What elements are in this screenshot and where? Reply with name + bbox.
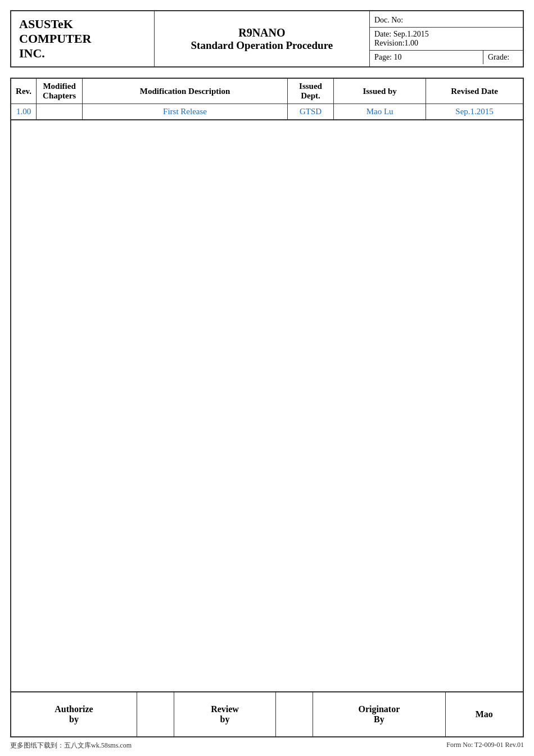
issued-by-cell: Mao Lu — [334, 104, 426, 120]
grade-label: Grade: — [488, 53, 509, 61]
page-info: Page: 10 — [370, 51, 483, 64]
authorize-by-label-line2: by — [69, 714, 79, 724]
originator-by-label-line2: By — [374, 714, 384, 724]
revision-table: Rev. Modified Chapters Modification Desc… — [10, 78, 524, 120]
bottom-note-right: Form No: T2-009-01 Rev.01 — [446, 741, 524, 750]
rev-cell: 1.00 — [11, 104, 37, 120]
doc-no-label: Doc. No: — [374, 16, 403, 24]
date-label: Date: — [374, 30, 391, 38]
company-name-line1: ASUSTeK COMPUTER — [19, 17, 91, 46]
originator-by-label-line1: Originator — [359, 704, 400, 714]
originator-by-cell: Originator By — [313, 692, 445, 737]
originator-value-cell: Mao — [445, 692, 523, 737]
date-revision-row: Date: Sep.1.2015 Revision:1.00 — [370, 28, 523, 50]
grade-info: Grade: — [483, 51, 523, 64]
originator-value: Mao — [476, 709, 493, 719]
doc-no-row: Doc. No: — [370, 14, 523, 28]
description-cell: First Release — [83, 104, 288, 120]
page-value: 10 — [394, 53, 402, 61]
authorize-by-cell: Authorize by — [11, 692, 137, 737]
col-header-description: Modification Description — [83, 78, 288, 104]
title-line1: R9NANO — [160, 26, 364, 39]
modified-chapters-cell — [37, 104, 83, 120]
col-header-issued-dept: Issued Dept. — [287, 78, 333, 104]
company-name-line2: INC. — [19, 46, 45, 60]
revision-value: 1.00 — [405, 39, 419, 47]
bottom-note: 更多图纸下载到：五八文库wk.58sms.com Form No: T2-009… — [10, 741, 524, 750]
date-value: Sep.1.2015 — [393, 30, 429, 38]
col-header-rev: Rev. — [11, 78, 37, 104]
header-table: ASUSTeK COMPUTER INC. R9NANO Standard Op… — [10, 10, 524, 68]
authorize-by-value-cell — [137, 692, 174, 737]
title-cell: R9NANO Standard Operation Procedure — [154, 11, 369, 67]
col-header-modified: Modified Chapters — [37, 78, 83, 104]
revised-date-cell: Sep.1.2015 — [426, 104, 523, 120]
info-cell: Doc. No: Date: Sep.1.2015 Revision:1.00 … — [369, 11, 523, 67]
review-by-label-line2: by — [220, 714, 230, 724]
company-cell: ASUSTeK COMPUTER INC. — [11, 11, 154, 67]
main-content-area — [10, 120, 524, 691]
page-grade-row: Page: 10 Grade: — [370, 50, 523, 64]
review-by-value-cell — [275, 692, 313, 737]
page-label: Page: — [374, 53, 392, 61]
authorize-by-label-line1: Authorize — [55, 704, 93, 714]
issued-dept-cell: GTSD — [287, 104, 333, 120]
review-by-label-line1: Review — [211, 704, 239, 714]
revision-label: Revision: — [374, 39, 405, 47]
title-line2: Standard Operation Procedure — [160, 39, 364, 52]
bottom-note-left: 更多图纸下载到：五八文库wk.58sms.com — [10, 741, 132, 750]
review-by-cell: Review by — [174, 692, 275, 737]
col-header-issued-by: Issued by — [334, 78, 426, 104]
table-row: 1.00First ReleaseGTSDMao LuSep.1.2015 — [11, 104, 523, 120]
col-header-revised-date: Revised Date — [426, 78, 523, 104]
footer-table: Authorize by Review by Originator By Mao — [10, 691, 524, 737]
